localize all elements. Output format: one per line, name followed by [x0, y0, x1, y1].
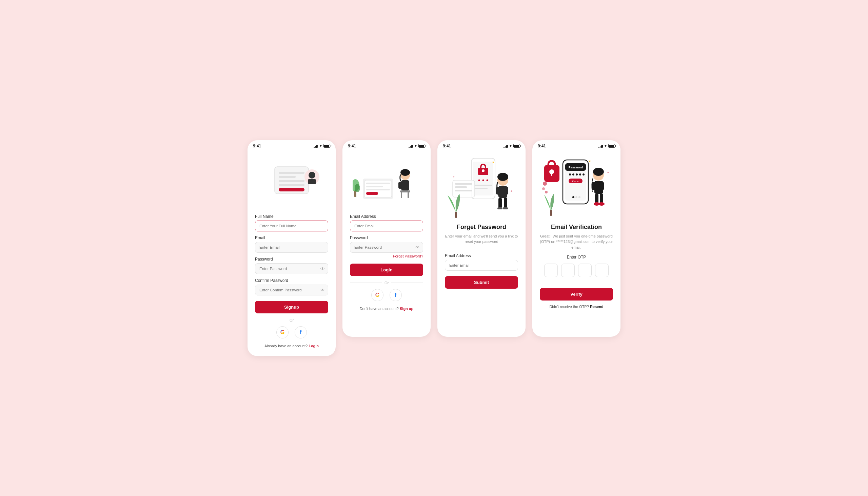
svg-point-64 [575, 196, 578, 198]
password-eye-icon-signup[interactable]: 👁 [320, 266, 325, 271]
svg-rect-47 [503, 207, 508, 210]
signal-icon-forget [504, 144, 508, 148]
signal-icon [314, 144, 318, 148]
otp-box-3[interactable] [578, 264, 592, 277]
email-field-forget: Email Address [445, 249, 518, 271]
login-button[interactable]: Login [350, 264, 423, 276]
full-name-input[interactable] [255, 220, 328, 231]
time-forget: 9:41 [443, 144, 451, 149]
svg-rect-5 [279, 188, 304, 191]
svg-rect-36 [455, 183, 472, 185]
otp-label: Enter OTP [540, 255, 613, 260]
email-input-login[interactable] [350, 220, 423, 231]
otp-inputs [540, 264, 613, 277]
login-social-icons: G f [350, 289, 423, 301]
svg-rect-74 [595, 194, 598, 203]
svg-point-31 [482, 179, 484, 181]
facebook-btn-login[interactable]: f [390, 289, 402, 301]
login-bottom-link: Don't have an account? Sign up [350, 307, 423, 311]
svg-point-7 [309, 172, 315, 179]
signup-bottom-link: Already have an account? Login [255, 344, 328, 348]
password-field-login: Password 👁 Forget Password? [350, 231, 423, 258]
svg-rect-75 [600, 194, 603, 203]
verify-title: Email Verification [540, 223, 613, 231]
svg-point-59 [579, 173, 581, 175]
wifi-icon: ▾ [320, 144, 322, 148]
svg-text:✦: ✦ [510, 190, 513, 193]
svg-rect-35 [453, 180, 475, 197]
battery-icon [324, 144, 330, 148]
email-input-forget[interactable] [445, 260, 518, 271]
svg-point-57 [572, 173, 574, 175]
verify-content: Password Done [532, 151, 620, 337]
status-bar-signup: 9:41 ▾ [248, 140, 336, 151]
svg-point-70 [593, 168, 604, 176]
verify-illustration: Password Done [540, 153, 613, 221]
svg-rect-45 [504, 198, 507, 208]
password-input-signup[interactable] [255, 263, 328, 274]
status-bar-verify: 9:41 ▾ [532, 140, 620, 151]
email-verification-screen: 9:41 ▾ Password [532, 140, 620, 337]
signup-button[interactable]: Signup [255, 301, 328, 313]
google-icon-signup: G [280, 329, 284, 336]
submit-button[interactable]: Submit [445, 276, 518, 289]
login-link[interactable]: Login [309, 344, 319, 348]
battery-icon-login [418, 144, 425, 148]
email-input-signup[interactable] [255, 242, 328, 253]
status-bar-login: 9:41 ▾ [342, 140, 431, 151]
google-btn-login[interactable]: G [371, 289, 384, 301]
time-verify: 9:41 [538, 144, 546, 149]
svg-point-60 [583, 173, 585, 175]
password-label-login: Password [350, 235, 423, 240]
svg-point-25 [355, 184, 360, 192]
forget-illus-svg: ★ ✦ ✦ [446, 155, 517, 219]
svg-rect-42 [496, 187, 499, 195]
forget-password-link[interactable]: Forget Password? [350, 254, 423, 258]
svg-rect-17 [399, 182, 402, 189]
svg-text:✦: ✦ [607, 171, 609, 174]
signup-or-divider: Or [255, 318, 328, 322]
time-login: 9:41 [348, 144, 356, 149]
svg-rect-43 [505, 187, 508, 195]
google-btn-signup[interactable]: G [276, 326, 288, 339]
confirm-password-field: Confirm Password 👁 [255, 274, 328, 295]
wifi-icon-login: ▾ [415, 144, 417, 148]
svg-rect-11 [366, 183, 390, 184]
verify-button[interactable]: Verify [540, 288, 613, 300]
facebook-btn-signup[interactable]: f [295, 326, 307, 339]
confirm-eye-icon[interactable]: 👁 [320, 287, 325, 292]
forget-content: ★ ✦ ✦ Forget Password Enter your email a… [437, 151, 526, 337]
svg-rect-2 [279, 176, 296, 178]
svg-text:Password: Password [569, 166, 583, 169]
full-name-field: Full Name [255, 210, 328, 231]
svg-point-77 [598, 202, 604, 206]
password-eye-icon-login[interactable]: 👁 [415, 245, 420, 250]
otp-box-4[interactable] [595, 264, 609, 277]
signup-link[interactable]: Sign up [400, 307, 413, 311]
time-signup: 9:41 [253, 144, 261, 149]
svg-point-40 [497, 173, 508, 181]
signup-illustration [255, 153, 328, 207]
svg-rect-78 [550, 210, 552, 216]
status-bar-forget: 9:41 ▾ [437, 140, 526, 151]
status-icons-login: ▾ [408, 144, 425, 148]
facebook-icon-signup: f [300, 329, 301, 336]
otp-box-2[interactable] [561, 264, 575, 277]
confirm-password-input[interactable] [255, 284, 328, 295]
svg-point-63 [572, 196, 574, 198]
forget-subtitle: Enter your email and we'll send you a li… [445, 233, 518, 245]
password-input-login[interactable] [350, 242, 423, 253]
svg-point-58 [576, 173, 578, 175]
status-icons-verify: ▾ [598, 144, 615, 148]
wifi-icon-verify: ▾ [604, 144, 607, 148]
svg-text:Done: Done [572, 180, 579, 183]
resend-link[interactable]: Resend [590, 305, 603, 309]
password-wrapper-signup: 👁 [255, 263, 328, 274]
battery-icon-verify [608, 144, 615, 148]
svg-point-29 [482, 169, 484, 172]
google-icon-login: G [375, 292, 379, 298]
forget-password-screen: 9:41 ▾ [437, 140, 526, 337]
signup-screen: 9:41 ▾ [248, 140, 336, 356]
svg-point-19 [401, 169, 410, 176]
otp-box-1[interactable] [544, 264, 558, 277]
